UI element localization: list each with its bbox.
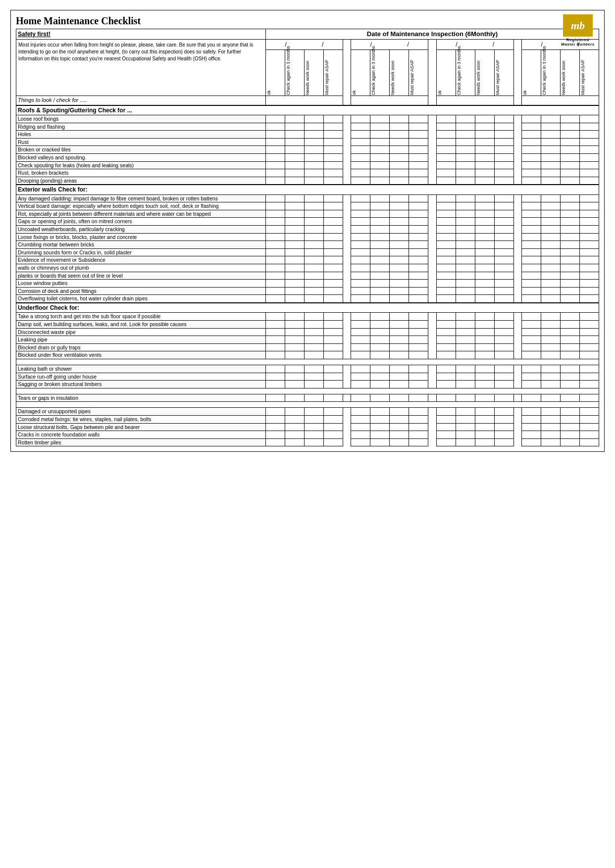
checkbox-cell[interactable] xyxy=(521,328,541,336)
checkbox-cell[interactable] xyxy=(560,138,579,146)
checkbox-cell[interactable] xyxy=(324,351,343,359)
checkbox-cell[interactable] xyxy=(541,241,560,249)
checkbox-cell[interactable] xyxy=(390,351,409,359)
checkbox-cell[interactable] xyxy=(324,146,343,154)
checkbox-cell[interactable] xyxy=(494,202,513,210)
checkbox-cell[interactable] xyxy=(521,272,541,280)
checkbox-cell[interactable] xyxy=(475,241,494,249)
checkbox-cell[interactable] xyxy=(285,321,304,329)
checkbox-cell[interactable] xyxy=(304,438,323,446)
checkbox-cell[interactable] xyxy=(285,194,304,202)
checkbox-cell[interactable] xyxy=(521,381,541,388)
checkbox-cell[interactable] xyxy=(456,423,475,431)
checkbox-cell[interactable] xyxy=(304,169,323,177)
checkbox-cell[interactable] xyxy=(521,365,541,373)
checkbox-cell[interactable] xyxy=(494,381,513,388)
checkbox-cell[interactable] xyxy=(494,431,513,439)
checkbox-cell[interactable] xyxy=(285,394,304,402)
checkbox-cell[interactable] xyxy=(436,365,456,373)
checkbox-cell[interactable] xyxy=(475,423,494,431)
checkbox-cell[interactable] xyxy=(521,321,541,329)
checkbox-cell[interactable] xyxy=(409,365,428,373)
checkbox-cell[interactable] xyxy=(370,115,390,123)
checkbox-cell[interactable] xyxy=(285,272,304,280)
checkbox-cell[interactable] xyxy=(475,272,494,280)
checkbox-cell[interactable] xyxy=(579,210,599,218)
checkbox-cell[interactable] xyxy=(494,256,513,264)
checkbox-cell[interactable] xyxy=(409,415,428,423)
checkbox-cell[interactable] xyxy=(324,169,343,177)
checkbox-cell[interactable] xyxy=(351,321,370,329)
checkbox-cell[interactable] xyxy=(390,138,409,146)
checkbox-cell[interactable] xyxy=(285,241,304,249)
checkbox-cell[interactable] xyxy=(351,415,370,423)
checkbox-cell[interactable] xyxy=(579,295,599,303)
checkbox-cell[interactable] xyxy=(475,123,494,131)
checkbox-cell[interactable] xyxy=(475,351,494,359)
checkbox-cell[interactable] xyxy=(351,161,370,169)
checkbox-cell[interactable] xyxy=(436,408,456,416)
checkbox-cell[interactable] xyxy=(409,248,428,256)
checkbox-cell[interactable] xyxy=(351,202,370,210)
checkbox-cell[interactable] xyxy=(285,431,304,439)
checkbox-cell[interactable] xyxy=(324,210,343,218)
checkbox-cell[interactable] xyxy=(351,264,370,272)
checkbox-cell[interactable] xyxy=(560,233,579,241)
checkbox-cell[interactable] xyxy=(436,431,456,439)
checkbox-cell[interactable] xyxy=(351,394,370,402)
checkbox-cell[interactable] xyxy=(390,210,409,218)
checkbox-cell[interactable] xyxy=(409,295,428,303)
checkbox-cell[interactable] xyxy=(304,226,323,234)
checkbox-cell[interactable] xyxy=(285,248,304,256)
checkbox-cell[interactable] xyxy=(285,381,304,388)
checkbox-cell[interactable] xyxy=(475,295,494,303)
checkbox-cell[interactable] xyxy=(324,256,343,264)
checkbox-cell[interactable] xyxy=(456,169,475,177)
checkbox-cell[interactable] xyxy=(324,115,343,123)
checkbox-cell[interactable] xyxy=(560,313,579,321)
checkbox-cell[interactable] xyxy=(265,248,285,256)
checkbox-cell[interactable] xyxy=(521,177,541,185)
checkbox-cell[interactable] xyxy=(285,226,304,234)
checkbox-cell[interactable] xyxy=(475,233,494,241)
checkbox-cell[interactable] xyxy=(324,287,343,295)
checkbox-cell[interactable] xyxy=(436,194,456,202)
checkbox-cell[interactable] xyxy=(370,336,390,344)
checkbox-cell[interactable] xyxy=(370,381,390,388)
checkbox-cell[interactable] xyxy=(436,161,456,169)
checkbox-cell[interactable] xyxy=(390,226,409,234)
checkbox-cell[interactable] xyxy=(390,123,409,131)
checkbox-cell[interactable] xyxy=(390,287,409,295)
checkbox-cell[interactable] xyxy=(265,343,285,351)
checkbox-cell[interactable] xyxy=(436,336,456,344)
checkbox-cell[interactable] xyxy=(324,328,343,336)
checkbox-cell[interactable] xyxy=(409,336,428,344)
checkbox-cell[interactable] xyxy=(541,115,560,123)
checkbox-cell[interactable] xyxy=(494,146,513,154)
checkbox-cell[interactable] xyxy=(285,365,304,373)
checkbox-cell[interactable] xyxy=(409,138,428,146)
checkbox-cell[interactable] xyxy=(285,161,304,169)
checkbox-cell[interactable] xyxy=(579,248,599,256)
checkbox-cell[interactable] xyxy=(285,233,304,241)
checkbox-cell[interactable] xyxy=(560,438,579,446)
checkbox-cell[interactable] xyxy=(456,280,475,288)
checkbox-cell[interactable] xyxy=(579,365,599,373)
checkbox-cell[interactable] xyxy=(456,153,475,161)
checkbox-cell[interactable] xyxy=(521,287,541,295)
checkbox-cell[interactable] xyxy=(351,295,370,303)
checkbox-cell[interactable] xyxy=(494,153,513,161)
checkbox-cell[interactable] xyxy=(494,415,513,423)
checkbox-cell[interactable] xyxy=(265,394,285,402)
checkbox-cell[interactable] xyxy=(475,177,494,185)
checkbox-cell[interactable] xyxy=(285,408,304,416)
checkbox-cell[interactable] xyxy=(285,373,304,381)
checkbox-cell[interactable] xyxy=(494,218,513,226)
checkbox-cell[interactable] xyxy=(521,415,541,423)
checkbox-cell[interactable] xyxy=(456,438,475,446)
checkbox-cell[interactable] xyxy=(541,256,560,264)
checkbox-cell[interactable] xyxy=(370,373,390,381)
checkbox-cell[interactable] xyxy=(409,241,428,249)
checkbox-cell[interactable] xyxy=(390,381,409,388)
checkbox-cell[interactable] xyxy=(370,210,390,218)
